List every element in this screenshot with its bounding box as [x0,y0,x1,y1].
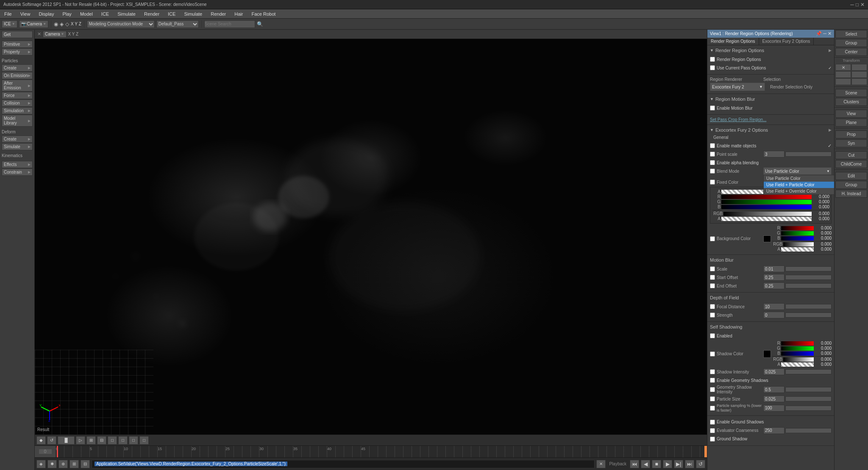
focal-distance-cb[interactable] [710,304,715,309]
menu-item-hair[interactable]: Hair [232,11,245,17]
self-shadow-header[interactable]: Self Shadowing [710,323,832,331]
bg-color-swatch[interactable] [763,235,771,242]
menu-item-ice[interactable]: ICE [99,11,111,17]
panel-pin-icon[interactable]: 📌 [816,31,822,36]
rr-scroll-right[interactable]: ▶ [829,48,832,53]
viewport-close-icon[interactable]: ✕ [37,31,41,37]
menu-item-render2[interactable]: Render [208,11,228,17]
sc-rgb-bar[interactable] [783,357,814,362]
mb-scale-cb[interactable] [710,266,715,271]
evaluator-slider[interactable] [785,428,832,433]
toolbar-icon-1[interactable]: ◉ [54,21,58,27]
shadow-color-cb[interactable] [710,351,715,357]
sidebar-btn-simulate[interactable]: Simulate ▶ [2,143,33,150]
sidebar-btn-deform-create[interactable]: Create ▶ [2,135,33,143]
far-right-select-btn[interactable]: Select [835,30,867,38]
particle-sampling-slider[interactable] [785,406,832,411]
status-btn-3[interactable]: ⊕ [58,460,68,468]
bg-rgb-bar[interactable] [783,242,814,246]
far-right-group2-btn[interactable]: Group [835,181,867,189]
search-icon[interactable]: 🔍 [257,21,263,27]
menu-item-face[interactable]: Face Robot [249,11,278,17]
far-right-childcome-btn[interactable]: ChildCome [835,160,867,168]
far-right-scene-btn[interactable]: Scene [835,89,867,97]
sidebar-btn-constrain[interactable]: Constrain ▶ [2,169,33,176]
strength-cb[interactable] [710,312,715,318]
evaluator-cb[interactable] [710,428,715,433]
blend-opt-1[interactable]: Use Particle Color [764,175,834,182]
enable-motion-blur-cb[interactable] [710,105,715,111]
sidebar-btn-model-library[interactable]: Model Library ▶ [2,115,33,127]
point-scale-cb[interactable] [710,152,715,157]
shadow-intensity-input[interactable] [763,368,785,375]
toolbar-icon-3[interactable]: ◇ [65,21,69,27]
motion-blur-header[interactable]: Motion Blur [710,257,832,264]
far-right-edit-btn[interactable]: Edit [835,172,867,180]
transform-x-icon[interactable]: ✕ [835,64,851,71]
enable-ground-cb[interactable] [710,420,715,425]
bg-r-bar[interactable] [781,226,814,230]
use-current-pass-cb[interactable] [710,65,715,70]
far-right-center-btn[interactable]: Center [835,48,867,56]
enable-geometry-cb[interactable] [710,378,715,383]
particle-size-input[interactable] [763,395,785,402]
background-color-cb[interactable] [710,236,715,241]
far-right-instead-btn[interactable]: H. Instead [835,190,867,198]
blend-opt-2[interactable]: Use Field + Particle Color [764,182,834,188]
playback-play[interactable]: ▶ [663,460,672,468]
btm-btn-5[interactable]: ⊞ [86,436,96,445]
menu-item-simulate2[interactable]: Simulate [181,11,205,17]
point-scale-slider[interactable] [785,152,832,157]
playback-stop[interactable]: ■ [652,460,661,468]
mb-start-offset-input[interactable] [763,274,785,281]
region-motion-blur-header[interactable]: ▼ Region Motion Blur [710,96,832,103]
fixed-g-bar[interactable] [721,200,812,204]
timeline-end-marker[interactable] [704,446,707,457]
particle-sampling-cb[interactable] [710,406,715,411]
btm-btn-8[interactable]: □ [118,436,128,445]
far-right-group-btn[interactable]: Group [835,39,867,47]
btm-btn-2[interactable]: ↺ [47,436,56,445]
menu-item-model[interactable]: Model [78,11,95,17]
fixed-color-cb[interactable] [710,180,715,185]
strength-slider[interactable] [785,312,832,318]
transform-btn-3[interactable] [851,71,867,78]
geometry-shadow-intensity-cb[interactable] [710,387,715,392]
construction-mode-select[interactable]: Modeling Construction Mode [87,20,155,28]
sidebar-btn-create[interactable]: Create ▶ [2,64,33,72]
bg-g-bar[interactable] [781,231,814,235]
fixed-rgb-bar[interactable] [723,212,812,216]
playback-next-frame[interactable]: ▶| [674,460,683,468]
menu-item-simulate[interactable]: Simulate [115,11,138,17]
sidebar-btn-after-emission[interactable]: After Emission ▶ [2,80,33,91]
focal-distance-input[interactable] [763,303,785,310]
bg-b-bar[interactable] [781,236,814,241]
set-pass-crop-btn[interactable]: Set Pass Crop From Region... [710,116,832,123]
particle-sampling-input[interactable] [763,405,785,412]
camera-viewport-arrow[interactable]: ▼ [61,32,64,36]
status-clear-btn[interactable]: ✕ [596,460,606,468]
sidebar-btn-property[interactable]: Property ▶ [2,48,33,55]
playback-prev-frame[interactable]: ◀ [641,460,650,468]
panel-close-icon[interactable]: ✕ [828,31,832,36]
timeline[interactable]: 0 0 5 10 15 20 25 30 35 40 45 [35,445,707,457]
sc-r-bar[interactable] [781,341,814,346]
geometry-shadow-intensity-slider[interactable] [785,387,832,392]
sc-g-bar[interactable] [781,346,814,351]
shadow-color-swatch[interactable] [763,350,771,358]
tab-exocortex[interactable]: Exocortex Fury 2 Options [759,38,814,45]
exocortex-header[interactable]: ▼ Exocortex Fury 2 Options ▶ [710,127,832,134]
minimize-btn[interactable]: ─ [850,2,854,8]
btm-btn-9[interactable]: □ [129,436,138,445]
far-right-cut-btn[interactable]: Cut [835,151,867,159]
transform-btn-5[interactable] [851,78,867,85]
playhead[interactable] [57,446,58,457]
ground-shadow-cb[interactable] [710,437,715,442]
btm-btn-3[interactable]: ▐▌ [58,436,75,445]
far-right-plane-btn[interactable]: Plane [835,119,867,127]
fixed-r-bar[interactable] [721,195,812,199]
maximize-btn[interactable]: □ [856,2,859,8]
mb-scale-slider[interactable] [785,266,832,271]
particle-size-cb[interactable] [710,396,715,401]
fixed-b-bar[interactable] [721,205,812,209]
